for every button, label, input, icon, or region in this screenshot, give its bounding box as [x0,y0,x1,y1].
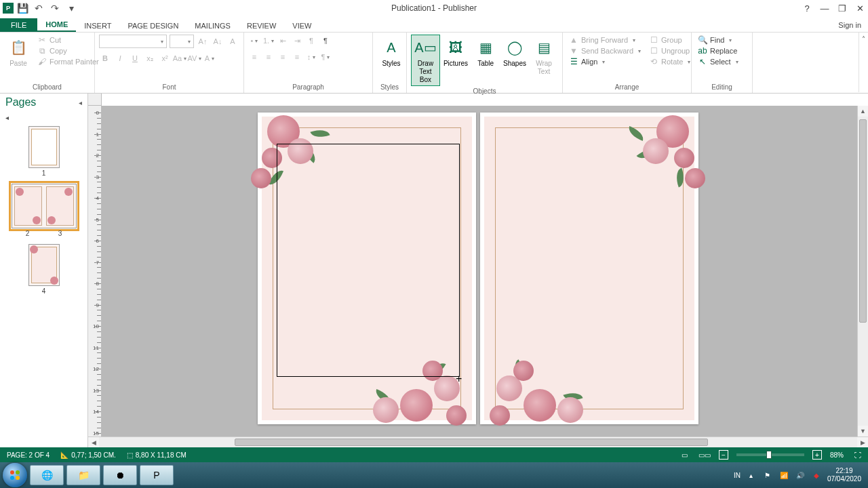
scroll-right-button[interactable]: ▶ [857,437,868,447]
table-button[interactable]: ▦ Table [471,35,500,70]
zoom-slider[interactable] [736,453,804,456]
replace-button[interactable]: abReplace [696,45,741,56]
superscript-button[interactable]: x² [159,52,171,64]
tab-file[interactable]: FILE [0,18,37,32]
wrap-text-button[interactable]: ▤ Wrap Text [530,35,558,78]
send-backward-button[interactable]: ▼Send Backward [567,45,643,56]
save-icon[interactable]: 💾 [16,2,28,14]
select-button[interactable]: ↖Select [696,56,741,67]
char-spacing-button[interactable]: AV [189,52,201,64]
taskbar-publisher[interactable]: P [140,465,174,485]
vscroll-thumb[interactable] [859,119,867,323]
status-page-info[interactable]: PAGE: 2 OF 4 [4,451,52,459]
redo-icon[interactable]: ↷ [49,2,61,14]
page-canvas[interactable]: + [102,106,857,436]
tray-volume-icon[interactable]: 🔊 [795,470,806,481]
bring-forward-button[interactable]: ▲Bring Forward [567,35,643,45]
styles-button[interactable]: A Styles [377,35,406,70]
undo-icon[interactable]: ↶ [33,2,45,14]
justify-button[interactable]: ≡ [291,51,303,63]
increase-indent-button[interactable]: ⇥ [291,35,303,47]
group-button[interactable]: ☐Group [647,35,692,45]
tray-shield-icon[interactable]: ◆ [811,470,822,481]
taskbar-recorder[interactable]: ⏺ [103,465,137,485]
grow-font-button[interactable]: A↑ [197,35,209,47]
fit-page-button[interactable]: ⛶ [852,451,864,459]
tray-lang[interactable]: IN [734,472,741,479]
sign-in-link[interactable]: Sign in [838,21,861,29]
view-single-page-button[interactable]: ▭ [679,451,690,459]
paste-button[interactable]: 📋 Paste [4,35,33,70]
vertical-ruler[interactable]: 0123456789101112131415 [88,106,102,436]
start-button[interactable] [3,463,27,487]
page-thumbnail-1[interactable]: 1 [28,126,60,177]
scroll-up-button[interactable]: ▲ [858,106,868,117]
cut-button[interactable]: ✂Cut [35,35,101,45]
draw-text-box-button[interactable]: A▭ Draw Text Box [411,35,440,86]
align-center-button[interactable]: ≡ [262,51,275,63]
page-3[interactable] [480,113,698,424]
help-icon[interactable]: ? [802,3,812,14]
find-button[interactable]: 🔍Find [696,35,741,45]
taskbar-chrome[interactable]: 🌐 [30,465,64,485]
horizontal-scrollbar[interactable] [99,437,857,447]
tray-network-icon[interactable]: 📶 [778,470,789,481]
shapes-button[interactable]: ◯ Shapes [500,35,530,70]
scroll-down-button[interactable]: ▼ [858,426,868,436]
tab-insert[interactable]: INSERT [76,19,119,32]
subscript-button[interactable]: x₂ [144,52,156,64]
decrease-indent-button[interactable]: ⇤ [277,35,289,47]
page-thumbnail-spread-2-3[interactable]: 23 [12,184,77,237]
nav-first-page-icon[interactable]: ◂ [5,114,9,121]
tab-home[interactable]: HOME [37,18,76,32]
page-thumbnail-4[interactable]: 4 [28,244,60,295]
format-painter-button[interactable]: 🖌Format Painter [35,56,101,67]
drawing-text-box[interactable] [277,144,460,377]
ltr-button[interactable]: ¶ [305,35,317,47]
zoom-in-button[interactable]: + [812,450,822,460]
bullets-button[interactable]: • [248,35,260,47]
bold-button[interactable]: B [99,52,111,64]
font-size-input[interactable]: ▾ [170,35,194,48]
clear-formatting-button[interactable]: A [226,35,239,47]
minimize-button[interactable]: — [819,3,830,14]
qat-customize-icon[interactable]: ▾ [65,2,77,14]
copy-button[interactable]: ⧉Copy [35,45,101,56]
taskbar-explorer[interactable]: 📁 [66,465,100,485]
zoom-slider-thumb[interactable] [766,451,772,459]
tab-view[interactable]: VIEW [284,19,319,32]
pictures-button[interactable]: 🖼 Pictures [440,35,471,70]
numbering-button[interactable]: 1. [262,35,275,47]
underline-button[interactable]: U [129,52,141,64]
case-button[interactable]: Aa [174,52,186,64]
tray-show-hidden-icon[interactable]: ▴ [746,470,757,481]
font-color-button[interactable]: A [203,52,216,64]
close-button[interactable]: ✕ [854,3,865,14]
page-2[interactable]: + [258,113,476,424]
collapse-pages-panel-button[interactable]: ◂ [79,99,82,106]
paragraph-spacing-button[interactable]: ¶ [319,51,332,63]
line-spacing-button[interactable]: ↕ [305,51,317,63]
zoom-level[interactable]: 88% [827,451,846,459]
hscroll-thumb[interactable] [235,439,708,446]
rotate-button[interactable]: ⟲Rotate [647,56,692,67]
tab-review[interactable]: REVIEW [239,19,284,32]
restore-button[interactable]: ❐ [837,3,848,14]
tab-mailings[interactable]: MAILINGS [186,19,239,32]
tray-flag-icon[interactable]: ⚑ [762,470,773,481]
tray-clock[interactable]: 22:19 07/04/2020 [827,467,861,483]
shrink-font-button[interactable]: A↓ [212,35,224,47]
collapse-ribbon-button[interactable]: ˄ [859,33,868,92]
align-button[interactable]: ☰Align [567,56,643,67]
align-left-button[interactable]: ≡ [248,51,260,63]
vertical-scrollbar[interactable]: ▲ ▼ [857,106,868,436]
zoom-out-button[interactable]: − [719,450,728,460]
ungroup-button[interactable]: ☐Ungroup [647,45,692,56]
rtl-button[interactable]: ¶ [319,35,332,47]
align-right-button[interactable]: ≡ [277,51,289,63]
scroll-left-button[interactable]: ◀ [88,437,99,447]
font-name-input[interactable]: ▾ [99,35,167,48]
tab-page-design[interactable]: PAGE DESIGN [119,19,186,32]
view-two-page-button[interactable]: ▭▭ [696,451,713,459]
italic-button[interactable]: I [114,52,126,64]
